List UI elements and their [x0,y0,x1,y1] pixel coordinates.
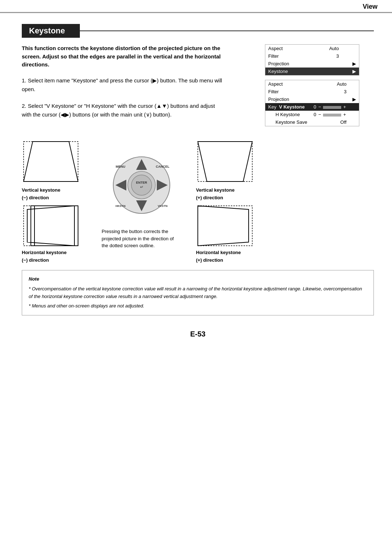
section-label: View [363,3,377,11]
menu1-row-0: Aspect Auto [265,45,359,53]
step-2: 2. Select "V Keystone" or "H Keystone" w… [22,102,225,119]
page-number: E-53 [22,330,374,346]
section-title: Keystone [22,24,80,38]
horizontal-minus-label1: Horizontal keystone [22,250,67,255]
horizontal-plus-fig: Horizontal keystone (+) direction [196,204,269,263]
section-heading: Keystone [22,24,374,38]
horizontal-minus-label2: (−) direction [22,257,49,263]
horizontal-minus-fig: Horizontal keystone (−) direction [22,204,94,263]
menu2-save-spacer [350,118,359,126]
menu1-value-3 [314,68,342,76]
step-2-text: 2. Select "V Keystone" or "H Keystone" w… [22,103,215,118]
intro-area: This function corrects the keystone dist… [22,44,374,131]
menu1-label-2: Projection [265,60,314,68]
note-line-2: * Menus and other on-screen displays are… [29,302,367,310]
vertical-minus-label1: Vertical keystone [22,187,60,193]
menu2-arrow-2: ▶ [350,95,359,103]
svg-marker-21 [198,206,249,246]
vertical-plus-svg [196,138,254,185]
menu2-vkey-value: 0 − + [311,103,350,111]
svg-text:↵: ↵ [140,185,143,189]
menu2-row-0: Aspect Auto [265,80,359,88]
menu2-row-hkeystone: H Keystone 0 − + [265,111,359,118]
menu2-value-1: 3 [311,88,350,95]
menu2-label-2: Projection [265,95,311,103]
svg-marker-0 [24,142,78,181]
press-text: Pressing the button corrects the project… [102,228,181,249]
svg-text:VKSTN: VKSTN [158,204,167,208]
center-diagram: ENTER ↵ MENU CANCEL HKSTN VKSTN Pressing… [94,138,189,249]
menu2-label-0: Aspect [265,80,311,88]
note-box: Note * Overcompensation of the vertical … [22,270,374,315]
menu2-save-value: Off [311,118,350,126]
svg-marker-19 [198,142,252,181]
step-1: 1. Select item name "Keystone" and press… [22,76,225,94]
menu-table-1: Aspect Auto Filter 3 Projection ▶ Keysto… [265,44,359,76]
intro-paragraph: This function corrects the keystone dist… [22,44,232,69]
menu2-row-vkeystone: Key V Keystone 0 − + [265,103,359,111]
menu2-row-2: Projection ▶ [265,95,359,103]
svg-rect-1 [24,142,78,181]
heading-line [80,30,374,31]
left-column: This function corrects the keystone dist… [22,44,258,131]
right-diagrams: Vertical keystone (+) direction Horizont… [196,138,269,263]
horizontal-plus-label1: Horizontal keystone [196,250,241,255]
horizontal-plus-label2: (+) direction [196,257,223,263]
menu1-arrow-2: ▶ [342,60,359,68]
menu2-value-2 [311,95,350,103]
svg-rect-3 [24,206,78,246]
menu2-hkey-value: 0 − + [311,111,350,118]
diagrams-section: Vertical keystone (−) direction Horizont… [22,138,374,263]
menu2-value-0: Auto [311,80,350,88]
vertical-plus-label1: Vertical keystone [196,187,234,193]
horizontal-minus-svg [22,204,80,248]
top-bar: View [0,0,392,13]
vertical-plus-fig: Vertical keystone (+) direction [196,138,269,200]
svg-text:ENTER: ENTER [136,181,147,184]
menu1-arrow-3: ▶ [342,68,359,76]
menu2-row-1: Filter 3 [265,88,359,95]
menu1-label-0: Aspect [265,45,314,53]
menu2-hkey-spacer [350,111,359,118]
menu1-row-2: Projection ▶ [265,60,359,68]
svg-marker-4 [34,206,78,246]
menu1-value-2 [314,60,342,68]
menu-table-2: Aspect Auto Filter 3 Projection ▶ Key V … [265,80,359,126]
menu1-label-1: Filter [265,52,314,60]
vertical-plus-label2: (+) direction [196,195,223,200]
menu2-row-keystonesave: Keystone Save Off [265,118,359,126]
menu2-save-label: Keystone Save [265,118,311,126]
svg-rect-22 [198,206,252,246]
menu1-label-3: Keystone [265,68,314,76]
menu2-hkey-label: H Keystone [265,111,311,118]
left-diagrams: Vertical keystone (−) direction Horizont… [22,138,94,263]
vertical-minus-fig: Vertical keystone (−) direction [22,138,94,200]
menu1-arrow-0 [342,45,359,53]
menu1-arrow-1 [342,52,359,60]
note-title: Note [29,276,367,283]
menu1-row-3: Keystone ▶ [265,68,359,76]
vertical-minus-svg [22,138,80,185]
menu1-value-0: Auto [314,45,342,53]
svg-text:HKSTN: HKSTN [115,204,126,208]
menu2-arrow-0 [350,80,359,88]
svg-text:MENU: MENU [116,165,126,168]
svg-marker-2 [31,206,78,246]
main-content: Keystone This function corrects the keys… [0,13,392,356]
vertical-minus-label2: (−) direction [22,195,49,200]
menu2-key-label: Key V Keystone [265,103,311,111]
svg-text:CANCEL: CANCEL [156,165,170,168]
horizontal-plus-svg [196,204,254,248]
menu2-vkey-spacer [350,103,359,111]
note-line-1: * Overcompensation of the vertical keyst… [29,285,367,301]
remote-svg: ENTER ↵ MENU CANCEL HKSTN VKSTN [105,149,178,221]
step-1-text: 1. Select item name "Keystone" and press… [22,77,222,92]
menu2-arrow-1 [350,88,359,95]
menu2-label-1: Filter [265,88,311,95]
svg-rect-20 [198,142,252,181]
right-column: Aspect Auto Filter 3 Projection ▶ Keysto… [265,44,374,131]
menu1-value-1: 3 [314,52,342,60]
menu1-row-1: Filter 3 [265,52,359,60]
